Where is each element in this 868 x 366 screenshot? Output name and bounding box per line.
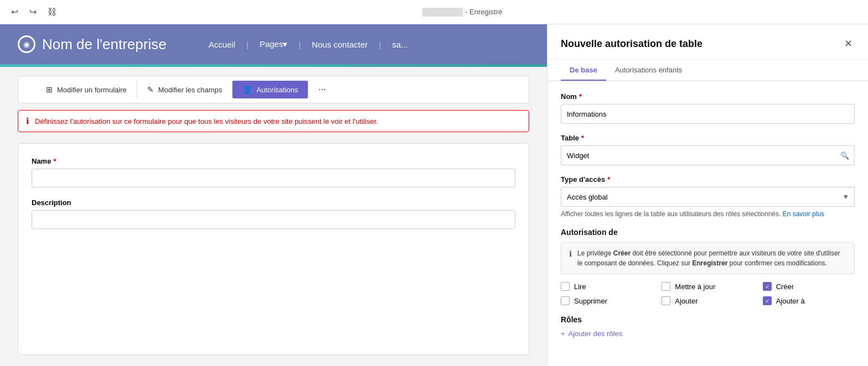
checkbox-mettre-a-jour[interactable]: Mettre à jour [662, 282, 753, 291]
checkbox-ajouter-label: Ajouter [675, 297, 698, 305]
edit-form-label: Modifier un formulaire [57, 86, 127, 94]
type-acces-select[interactable]: Accès global Accès personnel Accès de co… [561, 187, 855, 207]
table-group: Table * 🔍 [561, 134, 855, 165]
autorisations-label: Autorisations [256, 86, 298, 94]
main-layout: ◉ Nom de l'entreprise Accueil | Pages▾ |… [0, 24, 868, 366]
checkbox-lire-box [561, 282, 570, 291]
alert-banner: ℹ Définissez l'autorisation sur ce formu… [18, 110, 529, 132]
type-acces-label: Type d'accès * [561, 175, 855, 184]
alert-icon: ℹ [26, 116, 29, 126]
edit-form-icon: ⊞ [46, 85, 53, 94]
autorisation-de-title: Autorisation de [561, 228, 855, 237]
right-panel: Nouvelle autorisation de table ✕ De base… [547, 24, 868, 366]
page-toolbar: ⊞ Modifier un formulaire ✎ Modifier les … [18, 76, 529, 103]
type-acces-group: Type d'accès * Accès global Accès person… [561, 175, 855, 218]
table-label: Table * [561, 134, 855, 142]
roles-title: Rôles [561, 315, 855, 324]
nav-accueil[interactable]: Accueil [198, 40, 246, 49]
company-name: Nom de l'entreprise [42, 36, 167, 53]
checkbox-creer-box: ✓ [763, 282, 772, 291]
checkbox-creer[interactable]: ✓ Créer [763, 282, 855, 291]
type-acces-helper: Afficher toutes les lignes de la table a… [561, 210, 855, 218]
site-header: ◉ Nom de l'entreprise Accueil | Pages▾ |… [0, 24, 547, 64]
checkbox-maj-box [662, 282, 670, 291]
table-required-marker: * [581, 134, 584, 142]
type-acces-required-marker: * [607, 175, 610, 184]
checkbox-lire-label: Lire [574, 283, 586, 291]
table-input-wrapper: 🔍 [561, 145, 855, 165]
edit-form-button[interactable]: ⊞ Modifier un formulaire [36, 81, 137, 98]
description-input[interactable] [32, 210, 515, 229]
autorisations-button[interactable]: 👤 Autorisations [232, 81, 308, 98]
panel-body: Nom * Table * 🔍 Type d'accès [547, 81, 868, 366]
edit-fields-button[interactable]: ✎ Modifier les champs [137, 81, 233, 98]
checkbox-creer-label: Créer [776, 283, 794, 291]
nav-pages[interactable]: Pages▾ [249, 39, 299, 49]
share-button[interactable]: ⛓ [45, 5, 59, 19]
panel-header: Nouvelle autorisation de table ✕ [547, 24, 868, 59]
description-field: Description [32, 198, 515, 229]
edit-fields-icon: ✎ [147, 85, 154, 94]
save-status: ████████ - Enregistré [422, 8, 503, 16]
type-acces-select-wrapper: Accès global Accès personnel Accès de co… [561, 187, 855, 207]
name-field: Name * [32, 157, 515, 187]
add-role-label: Ajouter des rôles [569, 330, 623, 338]
checkbox-ajouter[interactable]: Ajouter [662, 296, 753, 305]
table-input[interactable] [561, 145, 855, 165]
canvas-area: ◉ Nom de l'entreprise Accueil | Pages▾ |… [0, 24, 547, 366]
checkbox-maj-label: Mettre à jour [675, 283, 715, 291]
tab-de-base[interactable]: De base [561, 59, 606, 81]
panel-tabs: De base Autorisations enfants [547, 59, 868, 81]
logo-icon: ◉ [18, 35, 35, 53]
name-required-marker: * [53, 157, 56, 165]
name-input[interactable] [32, 169, 515, 187]
add-role-icon: + [561, 330, 565, 338]
description-label: Description [32, 198, 515, 207]
checkbox-ajouter-a[interactable]: ✓ Ajouter à [763, 296, 855, 305]
checkbox-ajouter-box [662, 296, 670, 305]
nav-more[interactable]: sa... [381, 40, 418, 49]
auth-info-box: ℹ Le privilège Créer doit être sélection… [561, 242, 855, 274]
checkbox-ajouter-a-label: Ajouter à [776, 297, 805, 305]
auth-info-text: Le privilège Créer doit être sélectionné… [577, 248, 846, 268]
form-area: Name * Description [18, 143, 529, 355]
tab-autorisations-enfants[interactable]: Autorisations enfants [606, 59, 691, 81]
checkbox-supprimer-label: Supprimer [574, 297, 607, 305]
checkbox-grid: Lire Mettre à jour ✓ Créer Supprimer [561, 282, 855, 305]
name-label: Name * [32, 157, 515, 165]
learn-more-link[interactable]: En savoir plus [783, 210, 824, 218]
header-teal-bar [0, 64, 547, 67]
nom-input[interactable] [561, 104, 855, 124]
nom-group: Nom * [561, 92, 855, 124]
undo-button[interactable]: ↩ [9, 4, 20, 19]
more-options-button[interactable]: ⋯ [308, 81, 336, 98]
site-nav: Accueil | Pages▾ | Nous contacter | sa..… [198, 39, 419, 49]
roles-section: Rôles + Ajouter des rôles [561, 315, 855, 338]
nom-required-marker: * [579, 92, 582, 101]
checkbox-supprimer-box [561, 296, 570, 305]
alert-text: Définissez l'autorisation sur ce formula… [35, 117, 378, 126]
top-bar: ↩ ↪ ⛓ ████████ - Enregistré [0, 0, 868, 24]
nav-contact[interactable]: Nous contacter [301, 40, 379, 49]
checkbox-lire[interactable]: Lire [561, 282, 653, 291]
autorisations-icon: 👤 [242, 85, 252, 94]
close-button[interactable]: ✕ [842, 35, 855, 52]
site-logo: ◉ Nom de l'entreprise [18, 35, 167, 53]
more-options-icon: ⋯ [318, 85, 326, 94]
edit-fields-label: Modifier les champs [158, 86, 223, 94]
checkbox-supprimer[interactable]: Supprimer [561, 296, 653, 305]
autorisation-de-section: Autorisation de ℹ Le privilège Créer doi… [561, 228, 855, 305]
table-search-icon: 🔍 [840, 151, 849, 160]
add-role-button[interactable]: + Ajouter des rôles [561, 330, 622, 338]
panel-title: Nouvelle autorisation de table [561, 38, 702, 50]
redo-button[interactable]: ↪ [27, 4, 39, 19]
auth-info-icon: ℹ [569, 248, 572, 268]
checkbox-ajouter-a-box: ✓ [763, 296, 772, 305]
nom-label: Nom * [561, 92, 855, 101]
